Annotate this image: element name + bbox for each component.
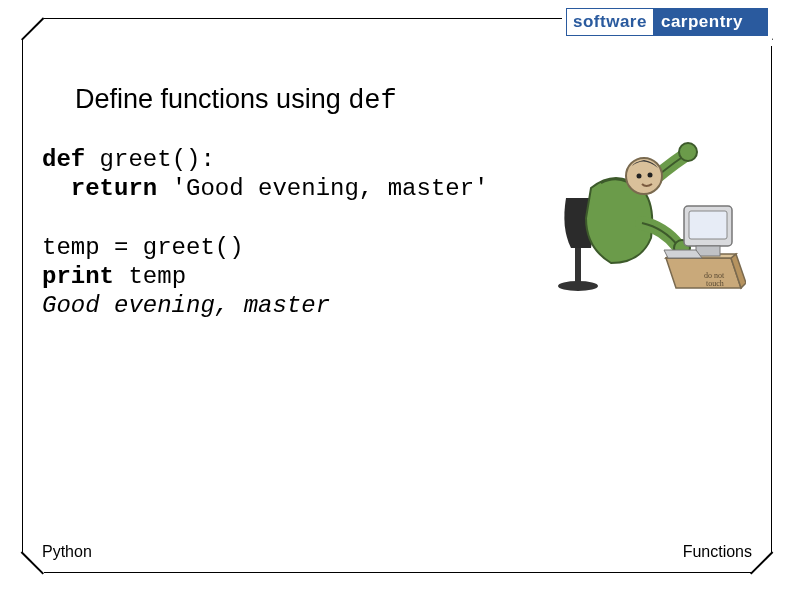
- software-carpentry-logo: software carpentry: [562, 6, 772, 46]
- svg-point-6: [648, 173, 653, 178]
- logo-right-text: carpentry: [653, 9, 767, 35]
- code-text: greet():: [85, 146, 215, 173]
- frame-corner: [22, 552, 44, 574]
- heading-keyword: def: [348, 86, 397, 116]
- svg-rect-1: [575, 248, 581, 284]
- igor-cartoon-illustration: do not touch: [546, 128, 746, 303]
- svg-text:touch: touch: [706, 279, 724, 288]
- code-keyword-return: return: [71, 175, 157, 202]
- svg-point-4: [626, 158, 662, 194]
- svg-rect-10: [689, 211, 727, 239]
- slide: software carpentry Define functions usin…: [0, 0, 794, 595]
- code-keyword-def: def: [42, 146, 85, 173]
- code-keyword-print: print: [42, 263, 114, 290]
- footer-right: Functions: [683, 543, 752, 561]
- logo-left-text: software: [567, 9, 653, 35]
- code-text: temp = greet(): [42, 234, 244, 261]
- frame-corner: [751, 552, 773, 574]
- code-text: temp: [114, 263, 186, 290]
- svg-point-5: [637, 174, 642, 179]
- slide-heading: Define functions using def: [75, 84, 397, 116]
- code-output: Good evening, master: [42, 292, 330, 319]
- logo-box: software carpentry: [566, 8, 768, 36]
- code-text: 'Good evening, master': [157, 175, 488, 202]
- code-block: def greet(): return 'Good evening, maste…: [42, 145, 489, 321]
- svg-point-3: [679, 143, 697, 161]
- frame-corner: [22, 18, 44, 40]
- footer-left: Python: [42, 543, 92, 561]
- heading-text: Define functions using: [75, 84, 348, 114]
